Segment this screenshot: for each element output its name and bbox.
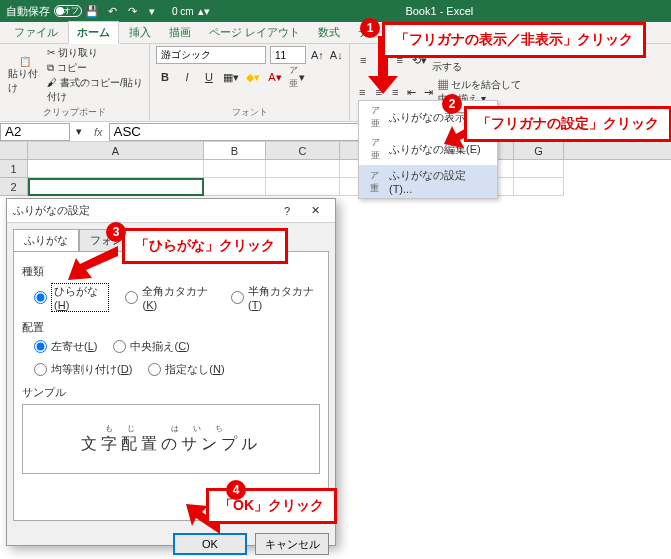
menu-phonetic-settings[interactable]: ア重ふりがなの設定(T)...: [359, 165, 497, 198]
radio-hankaku[interactable]: 半角カタカナ(T): [231, 283, 320, 312]
tab-file[interactable]: ファイル: [6, 22, 66, 43]
phonetic-settings-icon: ア重: [367, 169, 383, 195]
cell-c1[interactable]: [266, 160, 340, 178]
cell-b1[interactable]: [204, 160, 266, 178]
col-header-a[interactable]: A: [28, 142, 204, 159]
menu-phonetic-settings-label: ふりがなの設定(T)...: [389, 168, 489, 195]
column-headers: A B C D E F G: [0, 142, 671, 160]
col-header-c[interactable]: C: [266, 142, 340, 159]
save-icon[interactable]: 💾: [82, 1, 102, 21]
row-header-1[interactable]: 1: [0, 160, 28, 178]
redo-icon[interactable]: ↷: [122, 1, 142, 21]
font-color-button[interactable]: A▾: [266, 68, 284, 86]
bold-button[interactable]: B: [156, 68, 174, 86]
marker-4: 4: [226, 480, 246, 500]
size-stepper-icon[interactable]: ▴▾: [194, 1, 214, 21]
col-header-g[interactable]: G: [514, 142, 564, 159]
autosave-toggle[interactable]: 自動保存 オフ: [6, 4, 82, 19]
font-size-select[interactable]: [270, 46, 306, 64]
radio-left[interactable]: 左寄せ(L): [34, 339, 97, 354]
decrease-font-icon[interactable]: A↓: [329, 46, 344, 64]
svg-marker-2: [68, 246, 118, 280]
underline-button[interactable]: U: [200, 68, 218, 86]
paste-button[interactable]: 📋 貼り付け: [6, 54, 43, 97]
dialog-body: 種類 ひらがな(H) 全角カタカナ(K) 半角カタカナ(T) 配置 左寄せ(L)…: [13, 251, 329, 521]
marker-3: 3: [106, 222, 126, 242]
tab-draw[interactable]: 描画: [161, 22, 199, 43]
tab-formulas[interactable]: 数式: [310, 22, 348, 43]
cell-a2[interactable]: [28, 178, 204, 196]
cut-label: 切り取り: [58, 47, 98, 58]
radio-zenkaku[interactable]: 全角カタカナ(K): [125, 283, 215, 312]
copy-label: コピー: [57, 62, 87, 73]
align-radio-row2: 均等割り付け(D) 指定なし(N): [34, 362, 320, 377]
radio-hankaku-input[interactable]: [231, 291, 244, 304]
dialog-title: ふりがなの設定: [13, 203, 90, 218]
cell-c2[interactable]: [266, 178, 340, 196]
radio-dist[interactable]: 均等割り付け(D): [34, 362, 132, 377]
indent-increase-icon[interactable]: ⇥: [422, 83, 434, 101]
marker-1: 1: [360, 18, 380, 38]
titlebar: 自動保存 オフ 💾 ↶ ↷ ▾ 0 cm ▴▾ Book1 - Excel: [0, 0, 671, 22]
paste-label: 貼り付け: [8, 67, 41, 95]
fill-color-button[interactable]: ◆▾: [244, 68, 262, 86]
callout-1: 「フリガナの表示／非表示」クリック: [382, 22, 646, 58]
col-header-b[interactable]: B: [204, 142, 266, 159]
autosave-label: 自動保存: [6, 4, 50, 19]
radio-center[interactable]: 中央揃え(C): [113, 339, 189, 354]
cell-g1[interactable]: [514, 160, 564, 178]
group-clipboard-label: クリップボード: [6, 106, 143, 119]
name-box[interactable]: [0, 123, 70, 141]
section-sample-label: サンプル: [22, 385, 320, 400]
cell-g2[interactable]: [514, 178, 564, 196]
radio-none[interactable]: 指定なし(N): [148, 362, 224, 377]
copy-button[interactable]: ⧉ コピー: [47, 61, 143, 75]
sheet-row-1: 1: [0, 160, 671, 178]
sample-box: もじ はいち 文字配置のサンプル: [22, 404, 320, 474]
group-font: A↑ A↓ B I U ▦▾ ◆▾ A▾ ア亜▾ フォント: [150, 44, 350, 121]
select-all-corner[interactable]: [0, 142, 28, 159]
dialog-buttons: OK キャンセル: [7, 527, 335, 559]
qat-more-icon[interactable]: ▾: [142, 1, 162, 21]
tab-pagelayout[interactable]: ページ レイアウト: [201, 22, 308, 43]
marker-2: 2: [442, 94, 462, 114]
cancel-button[interactable]: キャンセル: [255, 533, 329, 555]
phonetic-icon: ア亜: [289, 69, 299, 85]
section-align-label: 配置: [22, 320, 320, 335]
radio-center-input[interactable]: [113, 340, 126, 353]
phonetic-show-icon: ア亜: [367, 104, 383, 130]
format-painter-button[interactable]: 🖌 書式のコピー/貼り付け: [47, 76, 143, 104]
namebox-dropdown-icon[interactable]: ▾: [70, 123, 88, 141]
sample-text: 文字配置のサンプル: [81, 434, 261, 455]
radio-dist-input[interactable]: [34, 363, 47, 376]
toggle-off-icon: オフ: [54, 5, 82, 17]
cell-b2[interactable]: [204, 178, 266, 196]
border-button[interactable]: ▦▾: [222, 68, 240, 86]
group-clipboard: 📋 貼り付け ✂ 切り取り ⧉ コピー 🖌 書式のコピー/貼り付け クリップボー…: [0, 44, 150, 121]
italic-button[interactable]: I: [178, 68, 196, 86]
row-header-2[interactable]: 2: [0, 178, 28, 196]
tab-home[interactable]: ホーム: [68, 21, 119, 44]
indent-decrease-icon[interactable]: ⇤: [405, 83, 417, 101]
phonetic-edit-icon: ア亜: [367, 136, 383, 162]
dialog-help-icon[interactable]: ?: [273, 201, 301, 221]
phonetic-button[interactable]: ア亜▾: [288, 68, 306, 86]
radio-hiragana-input[interactable]: [34, 291, 47, 304]
paste-icon: 📋: [19, 56, 31, 67]
fx-label[interactable]: fx: [88, 126, 109, 138]
increase-font-icon[interactable]: A↑: [310, 46, 325, 64]
font-family-select[interactable]: [156, 46, 266, 64]
radio-none-input[interactable]: [148, 363, 161, 376]
radio-left-input[interactable]: [34, 340, 47, 353]
tab-insert[interactable]: 挿入: [121, 22, 159, 43]
callout-2: 「フリガナの設定」クリック: [464, 106, 671, 142]
dialog-close-icon[interactable]: ✕: [301, 201, 329, 221]
cut-button[interactable]: ✂ 切り取り: [47, 46, 143, 60]
undo-icon[interactable]: ↶: [102, 1, 122, 21]
format-painter-label: 書式のコピー/貼り付け: [47, 77, 143, 102]
dialog-titlebar: ふりがなの設定 ? ✕: [7, 199, 335, 223]
radio-zenkaku-input[interactable]: [125, 291, 138, 304]
cell-a1[interactable]: [28, 160, 204, 178]
align-radio-row1: 左寄せ(L) 中央揃え(C): [34, 339, 320, 354]
document-title: Book1 - Excel: [214, 5, 665, 17]
